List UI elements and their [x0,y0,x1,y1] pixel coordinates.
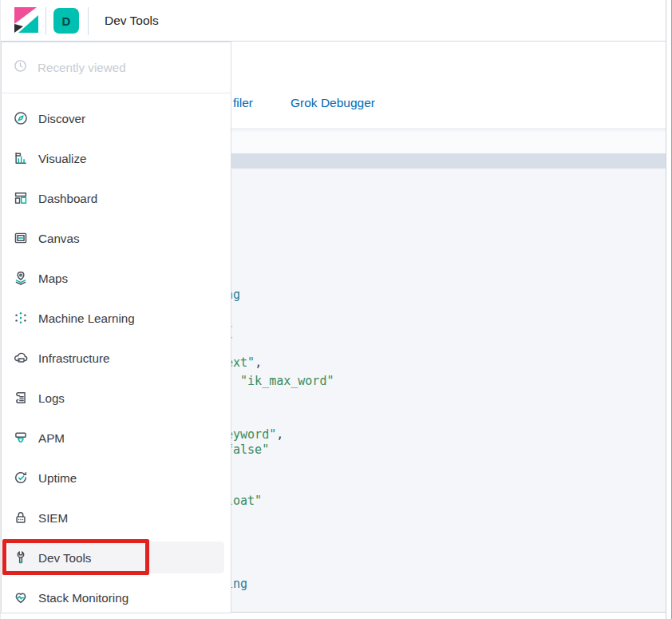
sidebar-item-dashboard[interactable]: Dashboard [2,178,231,218]
dashboard-icon [14,191,28,205]
uptime-icon [14,470,28,485]
sidebar-item-discover[interactable]: Discover [2,98,231,138]
header-divider [45,7,46,35]
sidebar-item-visualize[interactable]: Visualize [2,138,231,178]
header-divider [88,7,89,35]
sidebar-item-siem[interactable]: SIEM [2,498,231,538]
logs-icon [14,391,28,405]
tab-grok-debugger[interactable]: Grok Debugger [291,93,375,113]
tab-search-profiler-partial[interactable]: filer [233,93,253,113]
sidebar-item-uptime[interactable]: Uptime [2,458,231,498]
sidebar-item-logs[interactable]: Logs [2,378,231,418]
sidebar-item-label: Visualize [38,152,87,165]
sidebar-item-canvas[interactable]: Canvas [2,218,231,258]
sidebar-item-label: SIEM [38,511,68,525]
bottom-frame-strip [1,613,666,619]
sidebar-item-maps[interactable]: Maps [2,258,231,298]
breadcrumb-page-title: Dev Tools [105,0,159,42]
sidebar-item-label: APM [38,431,65,445]
sidebar-item-stack-monitoring[interactable]: Stack Monitoring [2,577,231,617]
sidebar-item-label: Machine Learning [38,311,135,325]
sidebar-item-label: Discover [38,112,85,125]
canvas-icon [14,231,28,245]
apm-icon [14,431,28,445]
devtools-tab-bar: filer Grok Debugger [231,42,666,129]
console-editor[interactable] [231,130,666,613]
sidebar-item-label: Stack Monitoring [38,591,128,605]
sidebar-item-label: Uptime [38,471,77,485]
kibana-window: D Dev Tools filer Grok Debugger ng{ext",… [0,0,672,619]
editor-active-line-highlight [231,153,666,169]
visualize-icon [14,151,28,165]
right-frame-rail [666,0,672,619]
clock-icon [14,59,27,76]
recently-viewed-label: Recently viewed [38,61,126,74]
sidebar-item-infrastructure[interactable]: Infrastructure [2,338,231,378]
infrastructure-icon [14,351,28,365]
siem-icon [14,510,28,525]
maps-icon [14,271,28,285]
kibana-logo[interactable] [14,7,39,34]
navigation-flyout-menu: Recently viewed DiscoverVisualizeDashboa… [1,42,231,613]
annotation-highlight-box [2,539,149,575]
stack-monitoring-icon [14,590,28,605]
sidebar-item-label: Dashboard [38,192,97,205]
sidebar-item-label: Maps [38,272,68,285]
sidebar-item-label: Canvas [38,232,80,245]
discover-icon [14,111,28,125]
machine-learning-icon [14,311,28,325]
sidebar-item-label: Infrastructure [38,351,109,365]
sidebar-item-apm[interactable]: APM [2,418,231,458]
sidebar-item-machine-learning[interactable]: Machine Learning [2,298,231,338]
top-header-bar: D Dev Tools [1,0,672,42]
sidebar-item-label: Logs [38,391,65,405]
recently-viewed-section: Recently viewed [2,42,231,93]
space-avatar[interactable]: D [53,8,79,34]
editor-row-band [231,132,666,153]
